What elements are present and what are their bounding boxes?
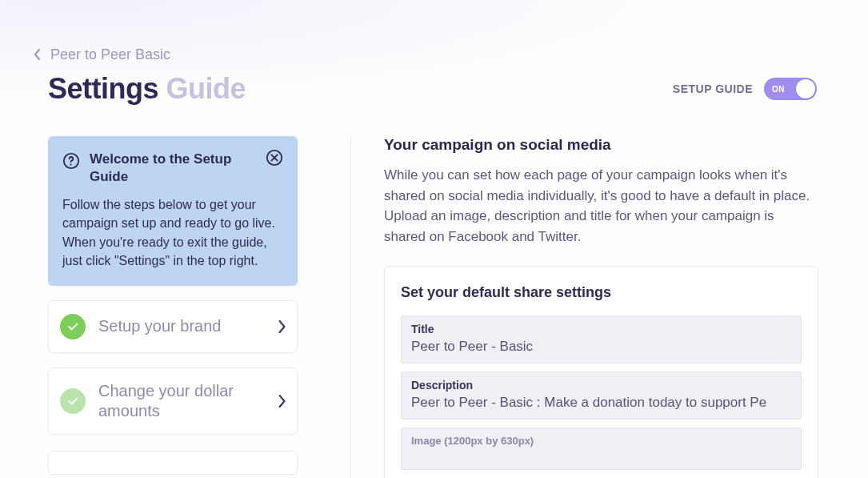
step-change-amounts[interactable]: Change your dollar amounts bbox=[48, 368, 298, 435]
chevron-right-icon bbox=[278, 395, 286, 408]
breadcrumb[interactable]: Peer to Peer Basic bbox=[34, 46, 170, 62]
image-field-label: Image (1200px by 630px) bbox=[411, 435, 791, 447]
step-setup-brand[interactable]: Setup your brand bbox=[48, 300, 298, 353]
close-icon[interactable] bbox=[266, 149, 283, 167]
panel-title: Set your default share settings bbox=[401, 284, 802, 301]
svg-point-1 bbox=[70, 163, 71, 165]
step-label: Change your dollar amounts bbox=[98, 381, 265, 421]
chevron-right-icon bbox=[278, 320, 286, 333]
setup-guide-toggle[interactable]: ON bbox=[764, 78, 817, 100]
page-title-main: Settings bbox=[48, 72, 158, 105]
page-title: Settings Guide bbox=[48, 72, 246, 106]
description-field[interactable]: Description bbox=[401, 372, 802, 420]
help-circle-icon bbox=[62, 152, 80, 173]
toggle-knob bbox=[796, 79, 815, 98]
section-title: Your campaign on social media bbox=[384, 136, 818, 154]
description-field-label: Description bbox=[411, 379, 791, 392]
welcome-title: Welcome to the Setup Guide bbox=[90, 151, 283, 186]
section-description: While you can set how each page of your … bbox=[384, 165, 818, 247]
title-field-label: Title bbox=[411, 323, 791, 335]
step-label: Setup your brand bbox=[98, 316, 265, 336]
title-input[interactable] bbox=[411, 339, 791, 355]
page-title-suffix: Guide bbox=[166, 72, 246, 105]
check-circle-icon bbox=[60, 314, 86, 339]
image-field[interactable]: Image (1200px by 630px) bbox=[401, 428, 802, 470]
breadcrumb-label: Peer to Peer Basic bbox=[50, 46, 170, 63]
description-input[interactable] bbox=[411, 395, 791, 411]
toggle-state-text: ON bbox=[772, 85, 785, 94]
welcome-card: Welcome to the Setup Guide Follow the st… bbox=[48, 136, 298, 286]
title-field[interactable]: Title bbox=[401, 315, 802, 364]
welcome-body: Follow the steps below to get your campa… bbox=[62, 195, 283, 270]
check-circle-icon bbox=[60, 388, 86, 414]
setup-guide-toggle-label: SETUP GUIDE bbox=[673, 82, 753, 95]
step-card-peek[interactable] bbox=[48, 451, 298, 475]
chevron-left-icon bbox=[34, 49, 42, 60]
share-settings-panel: Set your default share settings Title De… bbox=[384, 266, 818, 478]
